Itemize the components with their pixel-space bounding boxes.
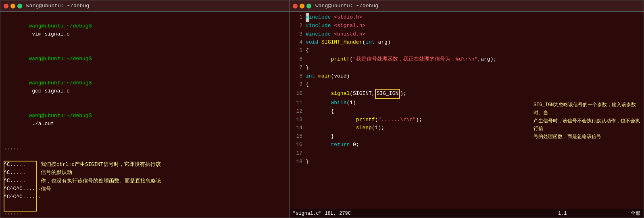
vim-window-controls	[293, 4, 311, 8]
window-controls	[4, 4, 22, 8]
cursor-block: #	[306, 13, 309, 22]
vim-maximize-button[interactable]	[306, 4, 311, 8]
cmd-line-1: wang@ubuntu:~/debug$ vim signal.c	[4, 14, 286, 47]
vim-minimize-button[interactable]	[300, 4, 304, 8]
statusbar-position: 1,1 全部	[558, 210, 640, 217]
prompt-3: wang@ubuntu:~/debug$	[29, 80, 92, 86]
ctrlc-annotation-box	[4, 161, 37, 212]
prompt-1: wang@ubuntu:~/debug$	[29, 23, 92, 29]
code-line-5: 5 {	[290, 47, 644, 55]
cmd-line-2: wang@ubuntu:~/debug$	[4, 47, 286, 71]
code-line-9: 9 {	[290, 80, 644, 89]
minimize-button[interactable]	[10, 4, 15, 8]
blank-1	[4, 136, 286, 144]
code-line-2: 2 #include <signal.h>	[290, 22, 644, 30]
terminal-body-left: wang@ubuntu:~/debug$ vim signal.c wang@u…	[0, 12, 289, 218]
code-line-4: 4 void SIGINT_Hander(int arg)	[290, 38, 644, 47]
close-button[interactable]	[4, 4, 8, 8]
left-titlebar: wang@ubuntu: ~/debug	[0, 0, 289, 12]
statusbar-filename: "signal.c" 18L, 279C	[293, 211, 558, 216]
prompt-2: wang@ubuntu:~/debug$	[29, 56, 92, 62]
blank-3	[4, 201, 286, 209]
sig-ign-highlight: SIG_IGN	[375, 89, 400, 99]
cmd-line-4: wang@ubuntu:~/debug$ ./a.out	[4, 104, 286, 136]
code-line-3: 3 #include <unistd.h>	[290, 30, 644, 39]
cmd-3: gcc signal.c	[29, 88, 69, 94]
code-line-16: 16 return 0;	[290, 141, 644, 149]
dots-2: ......	[4, 209, 286, 217]
code-line-1: 1 #include <stdio.h>	[290, 13, 644, 22]
cmd-4: ./a.out	[29, 121, 54, 127]
blank-2	[4, 152, 286, 160]
code-line-7: 7 }	[290, 64, 644, 72]
code-line-17: 17	[290, 149, 644, 158]
terminal-left: wang@ubuntu: ~/debug wang@ubuntu:~/debug…	[0, 0, 290, 218]
vim-body: 1 #include <stdio.h> 2 #include <signal.…	[290, 12, 644, 209]
left-title: wang@ubuntu: ~/debug	[26, 3, 89, 9]
code-line-8: 8 int main(void)	[290, 72, 644, 81]
right-annotation-text: SIG_IGN为忽略该信号的一个参数，输入该参数时。当产生信号时，该信号不会执行…	[534, 101, 640, 141]
vim-close-button[interactable]	[293, 4, 298, 8]
vim-panel: wang@ubuntu: ~/debug 1 #include <stdio.h…	[290, 0, 644, 218]
cmd-1: vim signal.c	[29, 31, 69, 37]
code-line-18: 18 }	[290, 158, 644, 166]
vim-title: wang@ubuntu: ~/debug	[315, 3, 378, 9]
dots-1: ......	[4, 144, 286, 152]
prompt-4: wang@ubuntu:~/debug$	[29, 113, 92, 119]
ctrlc-line-5: ^C^C^C......	[4, 193, 286, 201]
cmd-line-3: wang@ubuntu:~/debug$ gcc signal.c	[4, 71, 286, 104]
code-line-10: 10 signal(SIGINT,SIG_IGN);	[290, 89, 644, 99]
vim-statusbar: "signal.c" 18L, 279C 1,1 全部	[290, 209, 644, 218]
maximize-button[interactable]	[17, 4, 22, 8]
left-annotation-text: 我们按ctrl+c产生SIGINT信号时，它即没有执行该信号的默认动作，也没有执…	[41, 161, 162, 194]
vim-titlebar: wang@ubuntu: ~/debug	[290, 0, 644, 12]
code-line-6: 6 printf("我是信号处理函数，我正在处理的信号为：%d\r\n",arg…	[290, 55, 644, 64]
